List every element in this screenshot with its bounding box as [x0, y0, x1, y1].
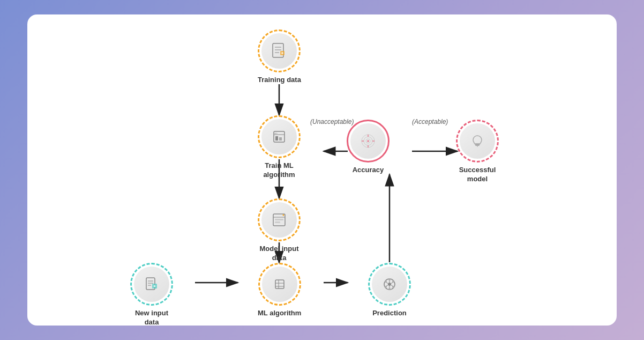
model-input-ring — [258, 198, 301, 241]
accuracy-icon — [358, 131, 378, 151]
accuracy-label: Accuracy — [353, 166, 384, 175]
successful-model-node: Successfulmodel — [456, 120, 499, 184]
svg-rect-11 — [273, 43, 283, 57]
new-input-node: New inputdata — [130, 263, 173, 326]
successful-model-label: Successfulmodel — [459, 166, 496, 184]
unacceptable-label: (Unacceptable) — [310, 118, 354, 125]
ml-algorithm-label: ML algorithm — [258, 309, 301, 318]
accuracy-ring — [347, 120, 390, 162]
training-data-ring — [258, 29, 301, 72]
svg-point-40 — [388, 283, 391, 286]
model-input-circle — [261, 202, 297, 238]
new-input-circle — [134, 267, 169, 302]
train-ml-ring: </> — [258, 115, 301, 158]
svg-line-48 — [391, 283, 393, 284]
svg-point-27 — [283, 215, 284, 216]
prediction-circle — [372, 267, 407, 302]
prediction-node: Prediction — [368, 263, 411, 318]
main-card: Training data </> Train MLalgorithm — [27, 14, 617, 326]
prediction-icon — [380, 275, 399, 294]
accuracy-node: Accuracy — [347, 120, 390, 175]
svg-rect-35 — [275, 280, 284, 289]
svg-rect-21 — [279, 137, 282, 141]
ml-algorithm-ring — [258, 263, 301, 306]
train-ml-circle: </> — [261, 119, 297, 154]
model-input-node: Model inputdata — [258, 198, 301, 263]
acceptable-label: (Acceptable) — [412, 118, 448, 125]
training-data-icon — [269, 41, 289, 61]
training-data-circle — [261, 33, 297, 69]
svg-rect-61 — [475, 144, 480, 145]
svg-point-41 — [388, 278, 391, 280]
model-input-label: Model inputdata — [260, 245, 299, 263]
accuracy-circle — [350, 123, 386, 159]
train-ml-icon: </> — [269, 127, 289, 146]
new-input-ring — [130, 263, 173, 306]
successful-model-ring — [456, 120, 499, 162]
svg-line-51 — [386, 285, 388, 286]
successful-model-icon — [468, 131, 487, 151]
svg-rect-25 — [275, 219, 283, 220]
prediction-label: Prediction — [372, 309, 407, 318]
svg-point-56 — [368, 141, 369, 142]
svg-point-44 — [388, 288, 391, 290]
svg-rect-20 — [275, 136, 278, 141]
arrows-overlay — [27, 14, 617, 326]
new-input-label: New inputdata — [135, 309, 168, 326]
training-data-label: Training data — [258, 76, 301, 85]
svg-line-52 — [386, 283, 388, 284]
new-input-icon — [142, 275, 161, 294]
prediction-ring — [368, 263, 411, 306]
svg-line-49 — [391, 285, 393, 286]
svg-text:</>: </> — [274, 132, 278, 135]
model-input-icon — [269, 210, 289, 230]
ml-algorithm-node: ML algorithm — [258, 263, 301, 318]
ml-algorithm-icon — [270, 275, 289, 294]
train-ml-node: </> Train MLalgorithm — [258, 115, 301, 180]
svg-rect-62 — [475, 145, 480, 146]
successful-model-circle — [460, 123, 495, 159]
training-data-node: Training data — [258, 29, 301, 85]
svg-rect-26 — [275, 221, 280, 223]
ml-algorithm-circle — [262, 267, 297, 302]
train-ml-label: Train MLalgorithm — [263, 161, 295, 180]
